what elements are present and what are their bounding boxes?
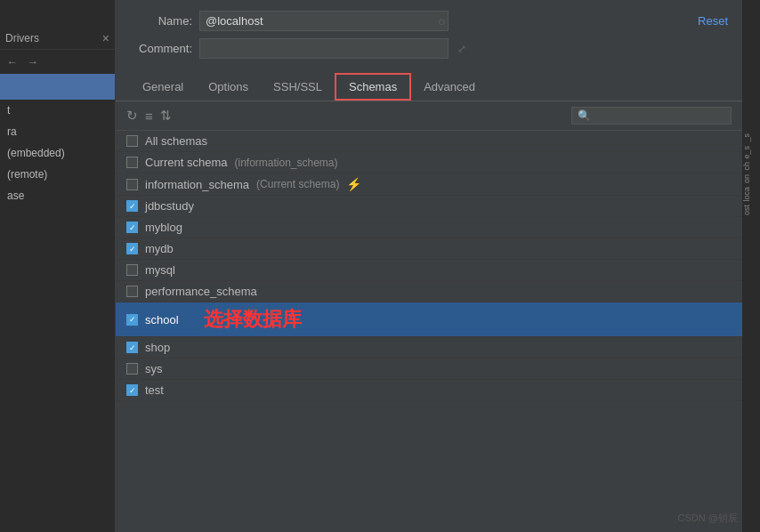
right-panel: _s e_s ch on loca ost [742, 0, 760, 532]
tab-sshssl-label: SSH/SSL [273, 80, 322, 93]
sidebar-item-remote[interactable]: (remote) [0, 164, 115, 185]
main-panel: Name: ○ Reset Comment: ⤢ General Options… [116, 0, 742, 532]
schema-name-myblog: myblog [145, 221, 182, 234]
tab-general[interactable]: General [130, 75, 196, 99]
checkbox-mysql[interactable] [126, 264, 138, 276]
schema-item-jdbcstudy[interactable]: jdbcstudy [116, 196, 742, 217]
right-label-3: ch [742, 162, 760, 171]
sidebar-item-label-embedded: (embedded) [7, 147, 65, 159]
schema-name-information_schema: information_schema [145, 178, 249, 191]
schema-name-current_schema: Current schema [145, 156, 227, 169]
expand-icon: ⤢ [457, 43, 466, 55]
schema-name-shop: shop [145, 341, 170, 354]
name-circle-icon: ○ [438, 14, 445, 28]
right-label-4: on [742, 174, 760, 183]
form-section: Name: ○ Reset Comment: ⤢ [116, 0, 742, 73]
deselect-icon-btn[interactable]: ⇅ [160, 108, 172, 124]
schema-item-myblog[interactable]: myblog [116, 217, 742, 238]
sidebar-item-label-1 [7, 78, 108, 93]
checkbox-test[interactable] [126, 384, 138, 396]
sidebar: Drivers × ← → t ra (embedded) (remote) a… [0, 0, 116, 532]
schemas-section: ↻ ≡ ⇅ 🔍 All schemasCurrent schema (infor… [116, 101, 742, 532]
sidebar-item-label-ra: ra [7, 125, 17, 138]
sidebar-item-t[interactable]: t [0, 100, 115, 121]
sidebar-item-embedded[interactable]: (embedded) [0, 142, 115, 164]
refresh-icon-btn[interactable]: ↻ [126, 108, 138, 124]
schema-name-sys: sys [145, 362, 163, 375]
schema-note-current_schema: (information_schema) [234, 157, 337, 169]
checkbox-jdbcstudy[interactable] [126, 200, 138, 212]
schema-item-shop[interactable]: shop [116, 337, 742, 359]
comment-input[interactable] [199, 38, 449, 59]
tab-advanced-label: Advanced [424, 80, 475, 93]
tab-options[interactable]: Options [196, 75, 261, 99]
app-window: Drivers × ← → t ra (embedded) (remote) a… [0, 0, 760, 532]
sidebar-item-label-t: t [7, 104, 10, 117]
schema-item-current_schema[interactable]: Current schema (information_schema) [116, 152, 742, 173]
schema-name-mydb: mydb [145, 242, 174, 255]
schema-name-all_schemas: All schemas [145, 134, 207, 148]
schema-item-mysql[interactable]: mysql [116, 260, 742, 281]
schema-note-information_schema: (Current schema) [256, 178, 339, 190]
schema-name-mysql: mysql [145, 263, 175, 277]
tab-schemas-label: Schemas [349, 80, 397, 93]
forward-button[interactable]: → [24, 55, 41, 69]
schemas-toolbar: ↻ ≡ ⇅ 🔍 [116, 101, 742, 131]
checkbox-all_schemas[interactable] [126, 135, 138, 147]
toolbar-icons: ↻ ≡ ⇅ [126, 108, 172, 124]
schema-item-test[interactable]: test [116, 380, 742, 401]
reset-button[interactable]: Reset [698, 14, 728, 28]
schema-name-test: test [145, 383, 164, 397]
tab-schemas[interactable]: Schemas [335, 73, 411, 101]
bolt-icon-information_schema: ⚡ [346, 177, 361, 191]
checkbox-current_schema[interactable] [126, 157, 138, 168]
sidebar-item-label-ase: ase [7, 189, 24, 202]
tab-options-label: Options [208, 80, 248, 93]
right-label-6: ost [742, 205, 760, 215]
tab-sshssl[interactable]: SSH/SSL [261, 75, 335, 99]
sidebar-item-ase[interactable]: ase [0, 185, 115, 206]
checkbox-shop[interactable] [126, 342, 138, 353]
sidebar-item-1[interactable] [0, 74, 115, 100]
tab-general-label: General [142, 80, 183, 93]
name-row: Name: ○ Reset [130, 11, 728, 31]
right-label-5: loca [742, 187, 760, 202]
tab-advanced[interactable]: Advanced [411, 75, 488, 99]
checkbox-school[interactable] [126, 314, 138, 326]
schema-item-mydb[interactable]: mydb [116, 238, 742, 260]
checkbox-information_schema[interactable] [126, 179, 138, 190]
schema-name-jdbcstudy: jdbcstudy [145, 199, 194, 213]
window-title: Drivers [5, 32, 39, 44]
right-label-2: e_s [742, 146, 760, 159]
comment-row: Comment: ⤢ [130, 38, 728, 59]
schema-list: All schemasCurrent schema (information_s… [116, 131, 742, 532]
name-input[interactable] [199, 11, 449, 31]
checkbox-myblog[interactable] [126, 222, 138, 233]
checkbox-mydb[interactable] [126, 243, 138, 254]
schema-item-school[interactable]: school选择数据库 [116, 302, 742, 337]
checkbox-sys[interactable] [126, 363, 138, 375]
right-label-1: _s [742, 133, 760, 142]
comment-label: Comment: [130, 42, 192, 55]
schema-item-all_schemas[interactable]: All schemas [116, 131, 742, 152]
search-input[interactable] [594, 109, 728, 122]
close-button[interactable]: × [102, 31, 109, 45]
select-all-icon-btn[interactable]: ≡ [145, 109, 153, 124]
tabs-bar: General Options SSH/SSL Schemas Advanced [116, 73, 742, 101]
schema-item-performance_schema[interactable]: performance_schema [116, 281, 742, 302]
sidebar-item-ra[interactable]: ra [0, 121, 115, 142]
back-button[interactable]: ← [4, 55, 20, 69]
watermark: CSDN @钥辰 [678, 512, 738, 525]
sidebar-item-label-remote: (remote) [7, 168, 47, 181]
schema-name-school: school [145, 313, 179, 326]
annotation-school: 选择数据库 [204, 306, 302, 333]
search-box: 🔍 [571, 107, 732, 125]
schema-item-sys[interactable]: sys [116, 359, 742, 380]
search-icon: 🔍 [578, 109, 591, 122]
schema-item-information_schema[interactable]: information_schema (Current schema)⚡ [116, 173, 742, 196]
schema-name-performance_schema: performance_schema [145, 285, 257, 298]
name-label: Name: [130, 14, 192, 28]
checkbox-performance_schema[interactable] [126, 286, 138, 297]
